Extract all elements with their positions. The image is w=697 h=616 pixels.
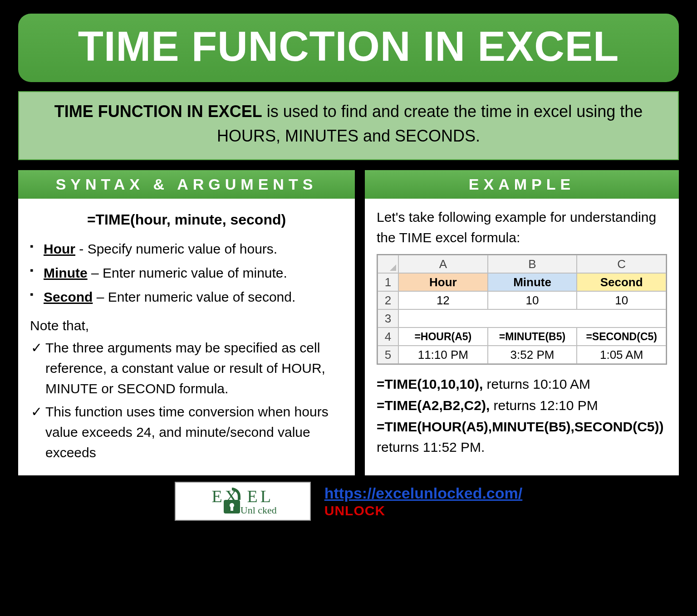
- footer: EX EL Unl cked https://excelunlocked.com…: [18, 482, 679, 521]
- result-1: =TIME(10,10,10), returns 10:10 AM: [377, 374, 667, 394]
- arg-second: Second – Enter numeric value of second.: [30, 287, 343, 307]
- grid-row-4: 4 =HOUR(A5) =MINUTE(B5) =SECOND(C5): [378, 328, 666, 346]
- grid-row-3: 3: [378, 309, 666, 328]
- logo-line2: Unl cked: [241, 504, 277, 516]
- grid-corner: [378, 255, 398, 273]
- result-2: =TIME(A2,B2,C2), returns 12:10 PM: [377, 395, 667, 416]
- padlock-icon: [220, 487, 244, 515]
- syntax-body: =TIME(hour, minute, second) Hour - Speci…: [18, 199, 355, 475]
- footer-text: https://excelunlocked.com/ UNLOCK: [324, 484, 522, 518]
- result-lines: =TIME(10,10,10), returns 10:10 AM =TIME(…: [377, 374, 667, 457]
- intro-rest: is used to find and create the time in e…: [217, 102, 643, 145]
- svg-rect-2: [231, 506, 233, 511]
- col-B: B: [488, 255, 577, 273]
- example-header: EXAMPLE: [365, 170, 679, 199]
- intro-box: TIME FUNCTION IN EXCEL is used to find a…: [18, 91, 679, 160]
- arg-minute: Minute – Enter numeric value of minute.: [30, 263, 343, 283]
- col-C: C: [577, 255, 666, 273]
- excel-unlocked-logo: EX EL Unl cked: [175, 482, 311, 521]
- arg-hour: Hour - Specify numeric value of hours.: [30, 239, 343, 259]
- grid-header-row: A B C: [378, 255, 666, 273]
- unlock-label: UNLOCK: [324, 503, 522, 518]
- intro-bold: TIME FUNCTION IN EXCEL: [54, 102, 262, 121]
- grid-row-2: 2 12 10 10: [378, 291, 666, 309]
- example-intro: Let's take following example for underst…: [377, 207, 667, 248]
- col-A: A: [398, 255, 488, 273]
- note-1: The three arguments may be specified as …: [30, 337, 343, 399]
- syntax-formula: =TIME(hour, minute, second): [30, 209, 343, 230]
- title-banner: TIME FUNCTION IN EXCEL: [18, 14, 679, 82]
- notes-list: The three arguments may be specified as …: [30, 337, 343, 463]
- note-2: This function uses time conversion when …: [30, 401, 343, 463]
- example-column: EXAMPLE Let's take following example for…: [365, 170, 679, 475]
- site-link[interactable]: https://excelunlocked.com/: [324, 484, 522, 502]
- grid-row-1: 1 Hour Minute Second: [378, 273, 666, 291]
- page-title: TIME FUNCTION IN EXCEL: [18, 23, 679, 70]
- excel-grid: A B C 1 Hour Minute Second 2 12 10 10: [377, 254, 667, 365]
- grid-row-5: 5 11:10 PM 3:52 PM 1:05 AM: [378, 346, 666, 364]
- example-body: Let's take following example for underst…: [365, 199, 679, 468]
- columns: SYNTAX & ARGUMENTS =TIME(hour, minute, s…: [18, 170, 679, 475]
- syntax-column: SYNTAX & ARGUMENTS =TIME(hour, minute, s…: [18, 170, 355, 475]
- syntax-header: SYNTAX & ARGUMENTS: [18, 170, 355, 199]
- result-3: =TIME(HOUR(A5),MINUTE(B5),SECOND(C5)) re…: [377, 416, 667, 457]
- argument-list: Hour - Specify numeric value of hours. M…: [30, 239, 343, 307]
- note-label: Note that,: [30, 315, 343, 336]
